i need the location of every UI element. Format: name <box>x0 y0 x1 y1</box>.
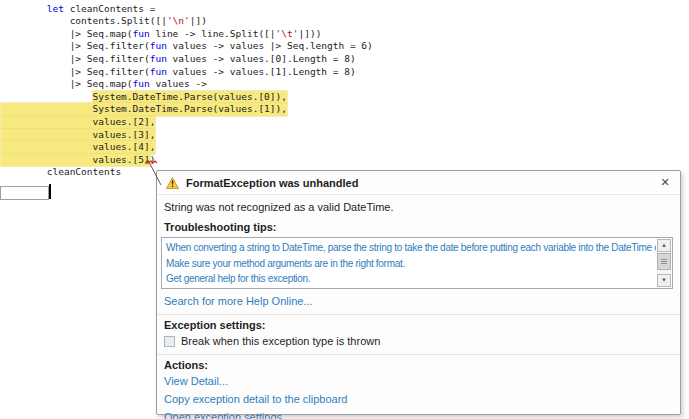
troubleshooting-tip-link[interactable]: When converting a string to DateTime, pa… <box>162 239 656 255</box>
code-line: values.[2], <box>1 116 373 129</box>
dialog-title: FormatException was unhandled <box>186 177 658 189</box>
troubleshooting-tip-link[interactable]: Make sure your method arguments are in t… <box>162 255 656 271</box>
code-line: contents.Split([|'\n'|]) <box>1 15 373 28</box>
exception-message: String was not recognized as a valid Dat… <box>164 201 672 213</box>
code-line: |> Seq.filter(fun values -> values.[1].L… <box>1 66 373 79</box>
break-checkbox-row: Break when this exception type is thrown <box>164 335 672 347</box>
troubleshooting-tip-link[interactable]: Get general help for this exception. <box>162 270 656 286</box>
code-text: let contents = StreamReader.ReadToEnd() … <box>1 0 373 179</box>
view-detail-link[interactable]: View Detail... <box>164 376 672 387</box>
close-icon[interactable]: ✕ <box>658 176 672 190</box>
code-line: |> Seq.map(fun line -> line.Split([|'\t'… <box>1 28 373 41</box>
troubleshooting-tips-label: Troubleshooting tips: <box>164 221 672 233</box>
text-caret <box>49 184 51 199</box>
copy-exception-detail-link[interactable]: Copy exception detail to the clipboard <box>164 394 672 405</box>
code-line: |> Seq.map(fun values -> <box>1 78 373 91</box>
troubleshooting-tips-box: When converting a string to DateTime, pa… <box>161 237 673 289</box>
actions-list: View Detail...Copy exception detail to t… <box>164 376 672 419</box>
empty-datatip-box <box>0 186 49 200</box>
warning-icon <box>166 177 179 189</box>
scroll-up-icon[interactable]: ▲ <box>657 239 671 252</box>
code-line: values.[5]) <box>1 154 373 167</box>
section-divider <box>157 354 680 355</box>
code-line: values.[3], <box>1 129 373 142</box>
exception-assistant-dialog: FormatException was unhandled ✕ String w… <box>156 170 681 415</box>
section-divider <box>157 314 680 315</box>
tips-scrollbar[interactable]: ▲ ▼ <box>657 239 671 287</box>
exception-settings-label: Exception settings: <box>164 319 672 331</box>
actions-label: Actions: <box>164 359 672 371</box>
code-line: values.[4], <box>1 141 373 154</box>
break-checkbox[interactable] <box>164 336 175 347</box>
code-line: |> Seq.filter(fun values -> values.[0].L… <box>1 53 373 66</box>
scroll-down-icon[interactable]: ▼ <box>657 274 671 287</box>
dialog-header: FormatException was unhandled ✕ <box>157 171 680 195</box>
open-exception-settings-link[interactable]: Open exception settings <box>164 412 672 419</box>
code-line: |> Seq.filter(fun values -> values |> Se… <box>1 40 373 53</box>
break-checkbox-label: Break when this exception type is thrown <box>181 335 380 347</box>
scrollbar-thumb[interactable] <box>657 253 671 270</box>
vs-editor-window: let contents = StreamReader.ReadToEnd() … <box>0 0 689 419</box>
search-help-online-link[interactable]: Search for more Help Online... <box>164 295 672 307</box>
code-line: let cleanContents = <box>1 3 373 16</box>
exception-callout-line <box>147 159 163 187</box>
code-line: System.DateTime.Parse(values.[0]), <box>1 91 373 104</box>
code-line: System.DateTime.Parse(values.[1]), <box>1 103 373 116</box>
